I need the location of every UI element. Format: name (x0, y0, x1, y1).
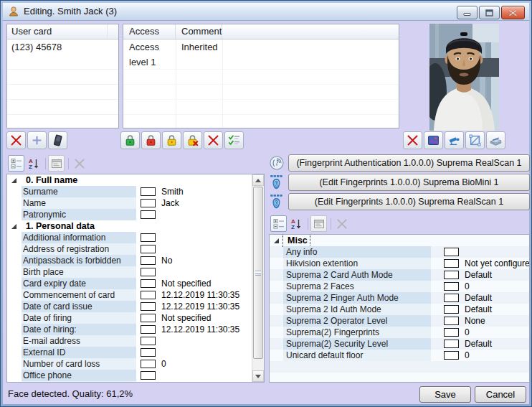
toolbar-button[interactable] (204, 131, 223, 149)
property-checkbox[interactable] (444, 305, 459, 314)
property-row[interactable]: Patronymic Patronymic (7, 209, 252, 220)
column-comment[interactable]: Comment (176, 24, 222, 39)
property-checkbox[interactable] (444, 294, 459, 302)
toolbar-button[interactable] (224, 131, 244, 149)
property-row[interactable]: Date of hiring: Date of hiring: 12.12.20… (7, 324, 252, 335)
toolbar-button[interactable] (27, 131, 47, 149)
scrollbar-thumb[interactable] (253, 187, 263, 359)
property-row[interactable]: Commencement of card Commencement of car… (7, 289, 252, 301)
property-row[interactable]: Date of firing Date of firing Not specif… (7, 312, 252, 324)
property-checkbox[interactable] (141, 325, 156, 334)
property-row[interactable]: Office phone Office phone (7, 370, 252, 381)
grid-toolbar-button[interactable] (270, 215, 287, 232)
property-checkbox[interactable] (141, 337, 156, 345)
property-row[interactable]: 1. Personal data 1. Personal data (7, 220, 252, 232)
fingerprint-device-button[interactable]: (Edit Fingerprints 1.0.0.0) Suprema Real… (288, 193, 530, 210)
grid-toolbar-button[interactable] (48, 155, 65, 172)
property-checkbox[interactable] (444, 282, 459, 291)
property-checkbox[interactable] (141, 256, 156, 265)
property-row[interactable]: Suprema 2 Operator Level Suprema 2 Opera… (270, 315, 529, 327)
window-control-button[interactable] (501, 6, 525, 19)
toolbar-button[interactable] (6, 131, 26, 149)
property-row[interactable]: Any info Any info (270, 246, 529, 258)
property-checkbox[interactable] (141, 210, 156, 219)
expanded-triangle-icon[interactable] (11, 178, 16, 183)
property-row[interactable]: Suprema 2 Id Auth Mode Suprema 2 Id Auth… (270, 304, 529, 315)
property-checkbox[interactable] (141, 199, 156, 207)
property-checkbox[interactable] (141, 314, 156, 322)
toolbar-button[interactable] (445, 131, 464, 149)
property-checkbox[interactable] (141, 348, 156, 357)
property-checkbox[interactable] (141, 279, 156, 288)
property-row[interactable]: Hikvision extention Hikvision extention … (270, 258, 529, 269)
property-checkbox[interactable] (444, 271, 459, 279)
cancel-button[interactable]: Cancel (475, 386, 526, 403)
property-row[interactable]: Number of card loss Number of card loss … (7, 358, 252, 370)
grid-toolbar-button[interactable] (71, 155, 87, 172)
expanded-triangle-icon[interactable] (274, 238, 279, 243)
property-row[interactable] (7, 381, 252, 383)
scrollbar-down-button[interactable] (252, 370, 264, 382)
vertical-scrollbar[interactable] (252, 174, 264, 382)
access-level-row[interactable]: Access level 1 Inherited (123, 39, 399, 55)
access-table-header[interactable]: Access level Comment (123, 24, 399, 39)
scrollbar-up-button[interactable] (252, 174, 264, 186)
toolbar-button[interactable] (465, 131, 485, 149)
property-row[interactable]: Suprema 2 Card Auth Mode Suprema 2 Card … (270, 269, 529, 281)
property-checkbox[interactable] (141, 245, 156, 253)
toolbar-button[interactable] (162, 131, 181, 149)
property-row[interactable]: Unicard default floor Unicard default fl… (270, 350, 529, 361)
property-row[interactable]: Card expiry date Card expiry date Not sp… (7, 278, 252, 289)
property-checkbox[interactable] (141, 360, 156, 368)
property-row[interactable]: Surname Surname Smith (7, 186, 252, 197)
grid-toolbar-button[interactable]: AZ (288, 215, 304, 232)
property-row[interactable]: Suprema(2) Security Level Suprema(2) Sec… (270, 338, 529, 350)
toolbar-button[interactable] (120, 131, 140, 149)
property-row[interactable]: Suprema(2) Fingerprints Suprema(2) Finge… (270, 327, 529, 338)
property-checkbox[interactable] (444, 340, 459, 348)
property-row[interactable]: 0. Full name 0. Full name (7, 174, 252, 186)
toolbar-button[interactable] (403, 131, 422, 149)
toolbar-button[interactable] (141, 131, 161, 149)
save-button[interactable]: Save (419, 386, 471, 403)
property-row[interactable]: Date of card issue Date of card issue 12… (7, 301, 252, 312)
property-checkbox[interactable] (141, 371, 156, 380)
property-checkbox[interactable] (141, 187, 156, 196)
property-row[interactable]: Address of registration Address of regis… (7, 243, 252, 255)
property-checkbox[interactable] (444, 317, 459, 325)
grid-toolbar-button[interactable] (310, 215, 327, 232)
property-row[interactable]: Suprema 2 Finger Auth Mode Suprema 2 Fin… (270, 292, 529, 304)
property-checkbox[interactable] (141, 291, 156, 299)
window-control-button[interactable] (457, 6, 478, 19)
title-bar[interactable]: Editing. Smith Jack (3) (3, 3, 529, 21)
user-card-row[interactable]: (123) 45678 (7, 39, 118, 55)
property-row[interactable]: Additional information Additional inform… (7, 232, 252, 243)
toolbar-button[interactable] (183, 131, 202, 149)
expanded-triangle-icon[interactable] (11, 224, 16, 229)
property-checkbox[interactable] (444, 248, 459, 256)
property-checkbox[interactable] (141, 268, 156, 276)
window-control-button[interactable] (479, 6, 500, 19)
toolbar-button[interactable] (48, 131, 67, 149)
property-checkbox[interactable] (444, 328, 459, 337)
grid-toolbar-button[interactable]: AZ (25, 155, 42, 172)
grid-toolbar-button[interactable] (333, 215, 350, 232)
property-row[interactable]: External ID External ID (7, 347, 252, 358)
fingerprint-device-button[interactable]: (Edit Fingerprints 1.0.0.0) Suprema BioM… (288, 174, 530, 191)
user-card-header[interactable]: User card (7, 24, 118, 39)
property-row[interactable]: E-mail address E-mail address (7, 335, 252, 347)
property-checkbox[interactable] (444, 351, 459, 360)
property-row[interactable]: Misc Misc (270, 235, 529, 246)
toolbar-button[interactable] (486, 131, 505, 149)
property-checkbox[interactable] (444, 259, 459, 268)
column-access-level[interactable]: Access level (123, 24, 176, 39)
property-checkbox[interactable] (141, 233, 156, 242)
grid-toolbar-button[interactable] (8, 155, 24, 172)
property-checkbox[interactable] (141, 302, 156, 311)
property-row[interactable]: Name Name Jack (7, 197, 252, 209)
property-row[interactable]: Antipassback is forbidden Antipassback i… (7, 255, 252, 266)
property-row[interactable]: Birth place Birth place (7, 266, 252, 278)
toolbar-button[interactable] (424, 131, 443, 149)
property-row[interactable]: Suprema 2 Faces Suprema 2 Faces 0 (270, 281, 529, 292)
fingerprint-device-button[interactable]: (Fingerprint Authentication 1.0.0.0) Sup… (288, 154, 530, 172)
